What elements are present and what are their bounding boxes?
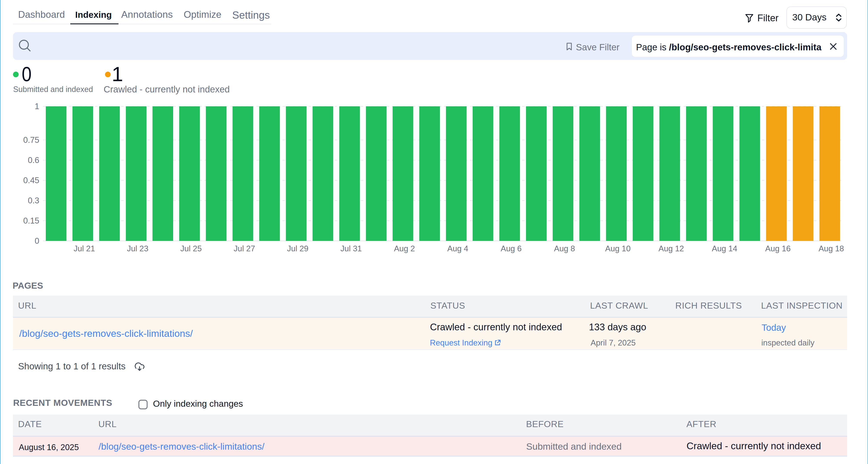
svg-text:0: 0	[35, 236, 39, 245]
svg-text:0.45: 0.45	[23, 176, 39, 185]
svg-text:Jul 23: Jul 23	[127, 244, 148, 253]
svg-text:Aug 18: Aug 18	[818, 244, 844, 253]
svg-text:0.15: 0.15	[23, 216, 39, 225]
svg-text:Aug 8: Aug 8	[554, 244, 575, 253]
svg-text:0.75: 0.75	[23, 135, 39, 145]
svg-text:Aug 10: Aug 10	[605, 244, 630, 253]
svg-text:Aug 16: Aug 16	[765, 244, 790, 253]
svg-text:Jul 25: Jul 25	[180, 244, 202, 253]
svg-text:1: 1	[35, 102, 39, 111]
svg-text:Aug 12: Aug 12	[659, 244, 684, 253]
svg-text:Jul 29: Jul 29	[287, 244, 309, 253]
svg-text:0.3: 0.3	[28, 196, 39, 205]
svg-text:Aug 14: Aug 14	[712, 244, 737, 253]
svg-text:0.6: 0.6	[28, 156, 39, 165]
svg-text:Jul 21: Jul 21	[73, 244, 95, 253]
svg-text:Aug 2: Aug 2	[394, 244, 415, 253]
svg-text:Aug 6: Aug 6	[501, 244, 522, 253]
svg-text:Aug 4: Aug 4	[447, 244, 468, 253]
svg-text:Jul 31: Jul 31	[340, 244, 362, 253]
svg-text:Jul 27: Jul 27	[234, 244, 255, 253]
